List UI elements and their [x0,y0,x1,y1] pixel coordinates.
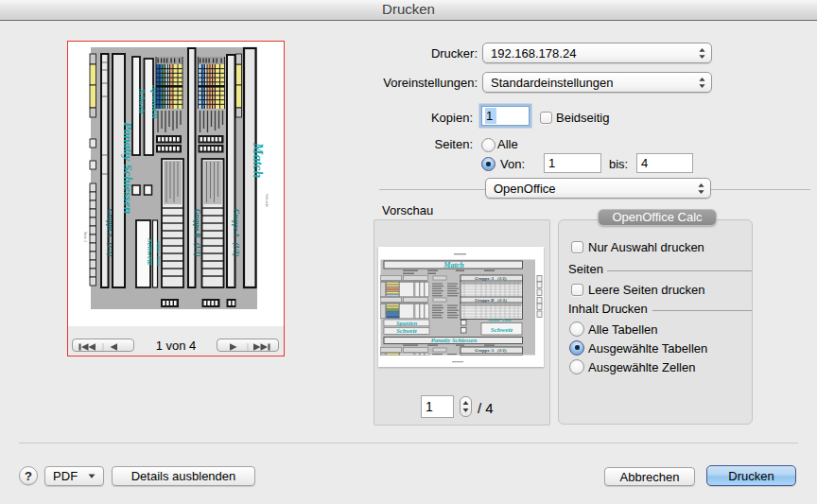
svg-text:Panatiy Schiessen: Panatiy Schiessen [431,337,478,343]
svg-text:Seite 1: Seite 1 [83,232,87,242]
svg-text:Athletic Pistol: Athletic Pistol [156,239,161,267]
svg-text:Gruppe A (1/1): Gruppe A (1/1) [475,276,507,281]
svg-text:Schweiz: Schweiz [137,89,146,115]
svg-text:Match: Match [251,142,265,179]
svg-text:Gruppe A (1/1): Gruppe A (1/1) [232,209,240,257]
svg-text:Athletic Pistol: Athletic Pistol [486,318,512,322]
svg-text:Spanien: Spanien [396,320,417,326]
svg-text:Match: Match [443,261,464,269]
svg-text:Schweiz: Schweiz [396,327,417,334]
svg-text:Gruppe B (1/1): Gruppe B (1/1) [193,209,201,257]
svg-text:Vorrunde: Vorrunde [265,194,269,207]
svg-text:Gruppe A (1/1): Gruppe A (1/1) [475,348,507,353]
svg-text:Schweiz: Schweiz [491,326,513,334]
svg-text:Gruppe B (1/1): Gruppe B (1/1) [475,298,507,303]
